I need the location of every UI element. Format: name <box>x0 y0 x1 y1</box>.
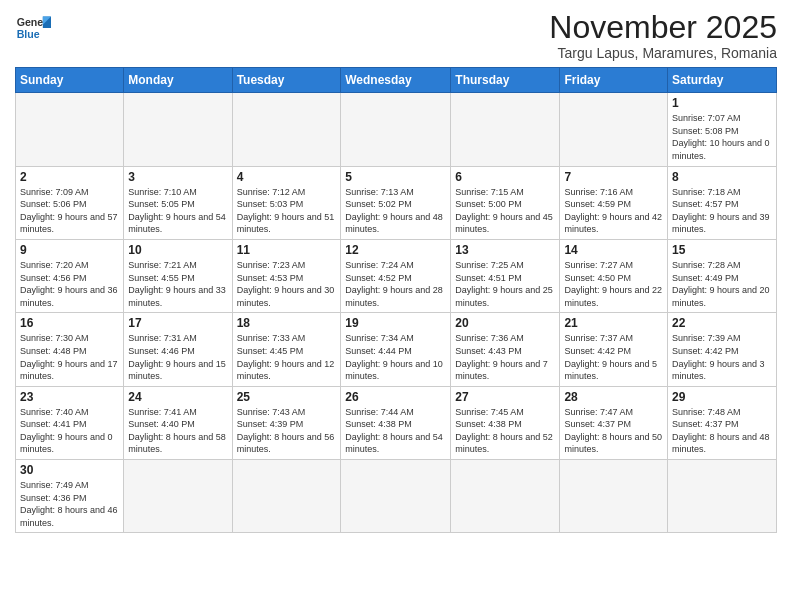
day-number: 12 <box>345 243 446 257</box>
calendar-cell: 7Sunrise: 7:16 AM Sunset: 4:59 PM Daylig… <box>560 166 668 239</box>
day-number: 5 <box>345 170 446 184</box>
logo: General Blue <box>15 10 51 46</box>
calendar-cell <box>232 460 341 533</box>
calendar-cell: 18Sunrise: 7:33 AM Sunset: 4:45 PM Dayli… <box>232 313 341 386</box>
day-number: 25 <box>237 390 337 404</box>
calendar-cell: 23Sunrise: 7:40 AM Sunset: 4:41 PM Dayli… <box>16 386 124 459</box>
day-info: Sunrise: 7:20 AM Sunset: 4:56 PM Dayligh… <box>20 259 119 309</box>
calendar-cell: 27Sunrise: 7:45 AM Sunset: 4:38 PM Dayli… <box>451 386 560 459</box>
day-number: 9 <box>20 243 119 257</box>
day-info: Sunrise: 7:25 AM Sunset: 4:51 PM Dayligh… <box>455 259 555 309</box>
day-header-saturday: Saturday <box>668 68 777 93</box>
day-info: Sunrise: 7:36 AM Sunset: 4:43 PM Dayligh… <box>455 332 555 382</box>
day-info: Sunrise: 7:16 AM Sunset: 4:59 PM Dayligh… <box>564 186 663 236</box>
day-info: Sunrise: 7:45 AM Sunset: 4:38 PM Dayligh… <box>455 406 555 456</box>
calendar-cell: 20Sunrise: 7:36 AM Sunset: 4:43 PM Dayli… <box>451 313 560 386</box>
days-header-row: SundayMondayTuesdayWednesdayThursdayFrid… <box>16 68 777 93</box>
calendar-cell: 19Sunrise: 7:34 AM Sunset: 4:44 PM Dayli… <box>341 313 451 386</box>
day-number: 3 <box>128 170 227 184</box>
calendar-cell <box>451 93 560 166</box>
day-header-thursday: Thursday <box>451 68 560 93</box>
calendar-cell: 12Sunrise: 7:24 AM Sunset: 4:52 PM Dayli… <box>341 239 451 312</box>
week-row-4: 16Sunrise: 7:30 AM Sunset: 4:48 PM Dayli… <box>16 313 777 386</box>
day-number: 28 <box>564 390 663 404</box>
week-row-6: 30Sunrise: 7:49 AM Sunset: 4:36 PM Dayli… <box>16 460 777 533</box>
calendar-cell <box>560 93 668 166</box>
day-number: 30 <box>20 463 119 477</box>
day-number: 8 <box>672 170 772 184</box>
calendar-cell: 4Sunrise: 7:12 AM Sunset: 5:03 PM Daylig… <box>232 166 341 239</box>
day-info: Sunrise: 7:27 AM Sunset: 4:50 PM Dayligh… <box>564 259 663 309</box>
day-info: Sunrise: 7:30 AM Sunset: 4:48 PM Dayligh… <box>20 332 119 382</box>
day-info: Sunrise: 7:13 AM Sunset: 5:02 PM Dayligh… <box>345 186 446 236</box>
day-info: Sunrise: 7:28 AM Sunset: 4:49 PM Dayligh… <box>672 259 772 309</box>
day-header-tuesday: Tuesday <box>232 68 341 93</box>
day-info: Sunrise: 7:37 AM Sunset: 4:42 PM Dayligh… <box>564 332 663 382</box>
calendar-cell: 28Sunrise: 7:47 AM Sunset: 4:37 PM Dayli… <box>560 386 668 459</box>
day-number: 4 <box>237 170 337 184</box>
day-number: 18 <box>237 316 337 330</box>
day-number: 16 <box>20 316 119 330</box>
calendar-cell <box>560 460 668 533</box>
day-info: Sunrise: 7:40 AM Sunset: 4:41 PM Dayligh… <box>20 406 119 456</box>
calendar-cell: 1Sunrise: 7:07 AM Sunset: 5:08 PM Daylig… <box>668 93 777 166</box>
day-number: 14 <box>564 243 663 257</box>
calendar-cell: 25Sunrise: 7:43 AM Sunset: 4:39 PM Dayli… <box>232 386 341 459</box>
calendar-cell: 29Sunrise: 7:48 AM Sunset: 4:37 PM Dayli… <box>668 386 777 459</box>
calendar-cell: 16Sunrise: 7:30 AM Sunset: 4:48 PM Dayli… <box>16 313 124 386</box>
day-info: Sunrise: 7:47 AM Sunset: 4:37 PM Dayligh… <box>564 406 663 456</box>
day-info: Sunrise: 7:34 AM Sunset: 4:44 PM Dayligh… <box>345 332 446 382</box>
day-number: 10 <box>128 243 227 257</box>
calendar-cell: 15Sunrise: 7:28 AM Sunset: 4:49 PM Dayli… <box>668 239 777 312</box>
day-info: Sunrise: 7:18 AM Sunset: 4:57 PM Dayligh… <box>672 186 772 236</box>
day-header-friday: Friday <box>560 68 668 93</box>
calendar-cell: 30Sunrise: 7:49 AM Sunset: 4:36 PM Dayli… <box>16 460 124 533</box>
day-info: Sunrise: 7:48 AM Sunset: 4:37 PM Dayligh… <box>672 406 772 456</box>
day-number: 20 <box>455 316 555 330</box>
day-info: Sunrise: 7:15 AM Sunset: 5:00 PM Dayligh… <box>455 186 555 236</box>
day-number: 13 <box>455 243 555 257</box>
day-info: Sunrise: 7:43 AM Sunset: 4:39 PM Dayligh… <box>237 406 337 456</box>
calendar-subtitle: Targu Lapus, Maramures, Romania <box>549 45 777 61</box>
calendar-cell <box>451 460 560 533</box>
day-info: Sunrise: 7:44 AM Sunset: 4:38 PM Dayligh… <box>345 406 446 456</box>
calendar-cell: 5Sunrise: 7:13 AM Sunset: 5:02 PM Daylig… <box>341 166 451 239</box>
day-number: 17 <box>128 316 227 330</box>
day-info: Sunrise: 7:07 AM Sunset: 5:08 PM Dayligh… <box>672 112 772 162</box>
calendar-cell <box>124 460 232 533</box>
header: General Blue November 2025 Targu Lapus, … <box>15 10 777 61</box>
calendar-cell: 11Sunrise: 7:23 AM Sunset: 4:53 PM Dayli… <box>232 239 341 312</box>
logo-icon: General Blue <box>15 10 51 46</box>
calendar-cell: 9Sunrise: 7:20 AM Sunset: 4:56 PM Daylig… <box>16 239 124 312</box>
calendar-table: SundayMondayTuesdayWednesdayThursdayFrid… <box>15 67 777 533</box>
calendar-cell: 8Sunrise: 7:18 AM Sunset: 4:57 PM Daylig… <box>668 166 777 239</box>
day-info: Sunrise: 7:24 AM Sunset: 4:52 PM Dayligh… <box>345 259 446 309</box>
day-info: Sunrise: 7:41 AM Sunset: 4:40 PM Dayligh… <box>128 406 227 456</box>
day-header-monday: Monday <box>124 68 232 93</box>
day-info: Sunrise: 7:09 AM Sunset: 5:06 PM Dayligh… <box>20 186 119 236</box>
calendar-cell: 3Sunrise: 7:10 AM Sunset: 5:05 PM Daylig… <box>124 166 232 239</box>
calendar-cell: 2Sunrise: 7:09 AM Sunset: 5:06 PM Daylig… <box>16 166 124 239</box>
calendar-cell <box>341 93 451 166</box>
calendar-cell <box>668 460 777 533</box>
calendar-cell: 24Sunrise: 7:41 AM Sunset: 4:40 PM Dayli… <box>124 386 232 459</box>
calendar-cell: 21Sunrise: 7:37 AM Sunset: 4:42 PM Dayli… <box>560 313 668 386</box>
day-info: Sunrise: 7:12 AM Sunset: 5:03 PM Dayligh… <box>237 186 337 236</box>
calendar-cell <box>232 93 341 166</box>
page: General Blue November 2025 Targu Lapus, … <box>0 0 792 612</box>
calendar-cell: 13Sunrise: 7:25 AM Sunset: 4:51 PM Dayli… <box>451 239 560 312</box>
day-info: Sunrise: 7:21 AM Sunset: 4:55 PM Dayligh… <box>128 259 227 309</box>
calendar-cell <box>124 93 232 166</box>
day-number: 7 <box>564 170 663 184</box>
day-number: 29 <box>672 390 772 404</box>
day-number: 1 <box>672 96 772 110</box>
day-number: 6 <box>455 170 555 184</box>
calendar-cell: 22Sunrise: 7:39 AM Sunset: 4:42 PM Dayli… <box>668 313 777 386</box>
day-header-wednesday: Wednesday <box>341 68 451 93</box>
day-number: 15 <box>672 243 772 257</box>
day-info: Sunrise: 7:10 AM Sunset: 5:05 PM Dayligh… <box>128 186 227 236</box>
day-number: 26 <box>345 390 446 404</box>
week-row-2: 2Sunrise: 7:09 AM Sunset: 5:06 PM Daylig… <box>16 166 777 239</box>
calendar-cell <box>341 460 451 533</box>
week-row-5: 23Sunrise: 7:40 AM Sunset: 4:41 PM Dayli… <box>16 386 777 459</box>
